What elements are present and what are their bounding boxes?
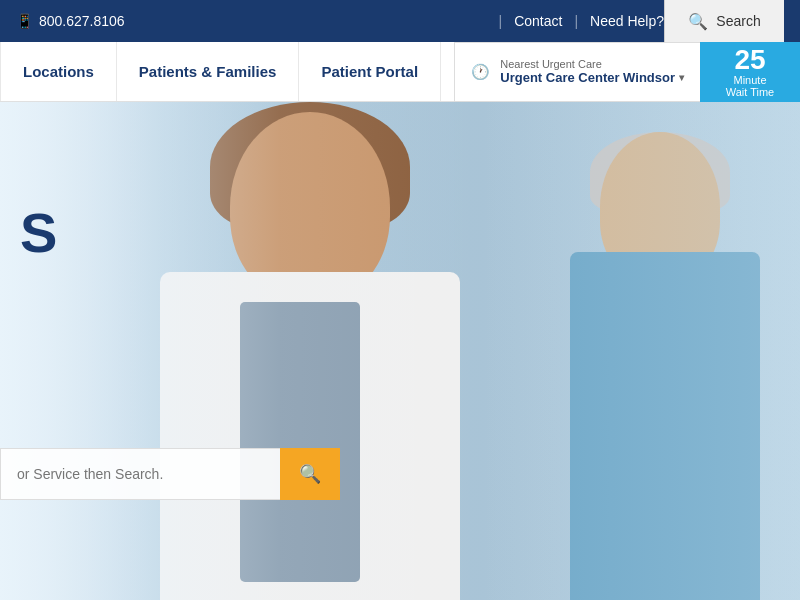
doctor-scrubs: [240, 302, 360, 582]
phone-number[interactable]: 800.627.8106: [39, 13, 125, 29]
phone-icon: 📱: [16, 13, 33, 29]
nav-links: Locations Patients & Families Patient Po…: [0, 42, 454, 101]
wait-label: MinuteWait Time: [726, 74, 775, 98]
wait-number: 25: [734, 46, 765, 74]
hero-search-box: 🔍: [0, 448, 340, 500]
location-icon: 🕐: [471, 63, 490, 81]
need-help-link[interactable]: Need Help?: [590, 13, 664, 29]
top-bar: 📱 800.627.8106 | Contact | Need Help? 🔍 …: [0, 0, 800, 42]
nav-link-patients-families[interactable]: Patients & Families: [117, 42, 300, 101]
nav-bar: Locations Patients & Families Patient Po…: [0, 42, 800, 102]
urgent-care-info[interactable]: 🕐 Nearest Urgent Care Urgent Care Center…: [454, 42, 700, 102]
separator-1: |: [499, 13, 503, 29]
doctor-figure: [80, 102, 600, 600]
hero-text: S: [0, 202, 56, 264]
contact-link[interactable]: Contact: [514, 13, 562, 29]
separator-2: |: [574, 13, 578, 29]
top-bar-links: | Contact | Need Help?: [487, 13, 664, 29]
search-button-icon: 🔍: [299, 463, 321, 485]
nav-link-patient-portal[interactable]: Patient Portal: [299, 42, 441, 101]
nav-link-locations[interactable]: Locations: [0, 42, 117, 101]
hero-section: S 🔍: [0, 102, 800, 600]
hero-title: S: [20, 202, 56, 264]
chevron-down-icon: ▾: [679, 72, 684, 83]
search-label: Search: [716, 13, 760, 29]
location-name: Urgent Care Center Windsor ▾: [500, 70, 684, 85]
hero-search-button[interactable]: 🔍: [280, 448, 340, 500]
urgent-care-widget[interactable]: 🕐 Nearest Urgent Care Urgent Care Center…: [454, 42, 800, 102]
search-icon: 🔍: [688, 12, 708, 31]
wait-time-badge: 25 MinuteWait Time: [700, 42, 800, 102]
phone-section: 📱 800.627.8106: [16, 13, 125, 29]
patient-figure: [570, 132, 770, 600]
hero-search-input[interactable]: [0, 448, 280, 500]
search-bar[interactable]: 🔍 Search: [664, 0, 784, 42]
urgent-care-text: Nearest Urgent Care Urgent Care Center W…: [500, 58, 684, 85]
nearest-urgent-care-label: Nearest Urgent Care: [500, 58, 684, 70]
